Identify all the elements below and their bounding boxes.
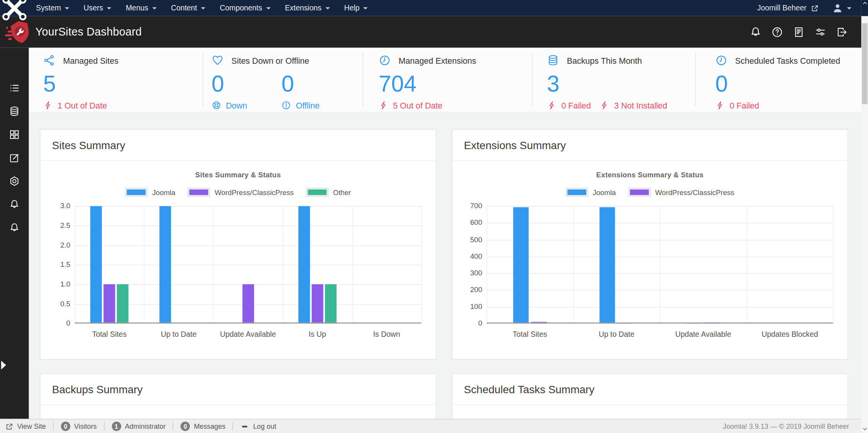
joomla-logo-icon[interactable] [0,2,29,14]
stats-row: Managed Sites 5 1 Out of Date Sites Down… [29,48,861,112]
messages-badge: 0 [181,422,190,431]
legend-item-wordpress-classicpress[interactable]: WordPress/ClassicPress [628,188,734,197]
chart-plot: 00.51.01.52.02.53.0Total SitesUp to Date… [51,206,421,346]
bolt-icon [715,100,725,110]
legend-item-joomla[interactable]: Joomla [125,188,175,197]
chevron-down-icon [364,7,368,11]
stat-value[interactable]: 0 [715,71,840,96]
logout-icon [240,422,249,431]
scroll-up-arrow[interactable] [862,0,868,6]
topnav-right: Joomill Beheer [757,2,868,14]
user-menu-button[interactable] [832,2,851,14]
bolt-icon [43,100,53,110]
menu-components[interactable]: Components [213,0,278,16]
chevron-down-icon [325,7,330,11]
bar-joomla-total-sites [513,207,528,323]
divider [233,422,233,431]
sidebar-item-alerts[interactable] [0,216,29,239]
menu-extensions[interactable]: Extensions [278,0,337,16]
legend-swatch [125,188,147,197]
scrollbar-thumb[interactable] [862,23,867,104]
stat-value[interactable]: 3 [547,71,667,96]
scrollbar[interactable] [861,0,868,433]
menu-menus[interactable]: Menus [118,0,164,16]
menu-content[interactable]: Content [164,0,213,16]
help-icon[interactable] [771,26,783,38]
stat-label: Scheduled Tasks Completed [735,56,840,65]
stat-value[interactable]: 5 [43,71,118,96]
legend-item-joomla[interactable]: Joomla [565,188,616,197]
stat-scheduled-tasks: Scheduled Tasks Completed 0 0 Failed [715,54,840,111]
x-category-label: Up to Date [144,330,213,339]
page-title: YourSites Dashboard [36,25,142,38]
notes-icon[interactable] [793,26,805,38]
stat-value[interactable]: 704 [379,71,476,96]
app-window: SystemUsersMenusContentComponentsExtensi… [0,0,868,433]
stat-out-of-date-link[interactable]: 1 Out of Date [43,100,118,111]
sidebar-item-modules[interactable] [0,123,29,146]
y-tick-label: 100 [464,302,482,311]
bolt-icon [600,100,610,110]
y-tick-label: 500 [464,235,482,244]
main-menu: SystemUsersMenusContentComponentsExtensi… [29,0,375,16]
y-tick-label: 300 [464,269,482,278]
scroll-down-arrow[interactable] [862,426,868,432]
list-icon [9,83,20,94]
header-actions [750,26,861,38]
bar-wordpress-classicpress-update-available [242,284,254,324]
bar-joomla-up-to-date [600,207,615,323]
grid-icon [9,129,20,140]
stat-managed-sites: Managed Sites 5 1 Out of Date [43,54,118,111]
x-category-label: Update Available [213,330,283,339]
user-site-link[interactable]: Joomill Beheer [757,4,819,12]
legend-item-other[interactable]: Other [306,188,351,197]
y-tick-label: 2.5 [51,221,70,230]
chevron-down-icon [107,7,111,11]
view-site-link[interactable]: View Site [5,423,46,430]
stat-value[interactable]: 0 [212,71,247,96]
options-icon[interactable] [814,26,827,38]
administrator-link[interactable]: 1 Administrator [112,422,166,431]
logout-icon[interactable] [836,26,848,38]
stat-out-of-date-link[interactable]: 5 Out of Date [379,100,476,111]
x-category-label: Updates Blocked [746,330,833,339]
divider [173,422,173,431]
chart-legend: JoomlaWordPress/ClassicPressOther [41,187,436,197]
sidebar-item-edit[interactable] [0,146,29,170]
menu-system[interactable]: System [29,0,76,16]
menu-users[interactable]: Users [76,0,118,16]
bell-icon [9,199,20,210]
y-tick-label: 400 [464,252,482,261]
bar-joomla-is-up [298,206,310,324]
stat-failed-link[interactable]: 0 Failed [715,100,840,111]
x-category-label: Is Up [283,330,352,339]
menu-help[interactable]: Help [337,0,375,16]
notifications-icon[interactable] [750,26,762,38]
x-category-label: Is Down [352,330,421,339]
legend-swatch [628,188,650,197]
sidebar-item-databases[interactable] [0,100,29,123]
sites-summary-card: Sites Summary Sites Summary & StatusJoom… [41,130,436,359]
card-title: Scheduled Tasks Summary [452,374,848,405]
logout-link[interactable]: Log out [240,422,276,431]
database-icon [9,106,20,117]
chevron-down-icon [847,7,851,11]
legend-label: WordPress/ClassicPress [655,188,734,197]
visitors-link[interactable]: 0 Visitors [61,422,97,431]
stat-failed-link[interactable]: 0 Failed [547,100,591,111]
extensions-summary-card: Extensions Summary Extensions Summary & … [452,130,848,359]
stat-not-installed-link[interactable]: 3 Not Installed [600,100,667,111]
sidebar-item-components[interactable] [0,170,29,193]
y-tick-label: 3.0 [51,202,70,211]
legend-item-wordpress-classicpress[interactable]: WordPress/ClassicPress [188,188,294,197]
sidebar-expand-button[interactable] [0,360,8,371]
life-ring-icon [212,100,222,110]
stat-down-link[interactable]: Down [212,100,247,111]
stat-offline-link[interactable]: Offline [281,100,320,111]
x-category-label: Update Available [660,330,746,339]
sidebar-item-notifications[interactable] [0,193,29,216]
stat-value[interactable]: 0 [281,71,320,96]
legend-label: WordPress/ClassicPress [215,188,294,197]
sidebar-item-menu-list[interactable] [0,76,29,100]
messages-link[interactable]: 0 Messages [181,422,225,431]
